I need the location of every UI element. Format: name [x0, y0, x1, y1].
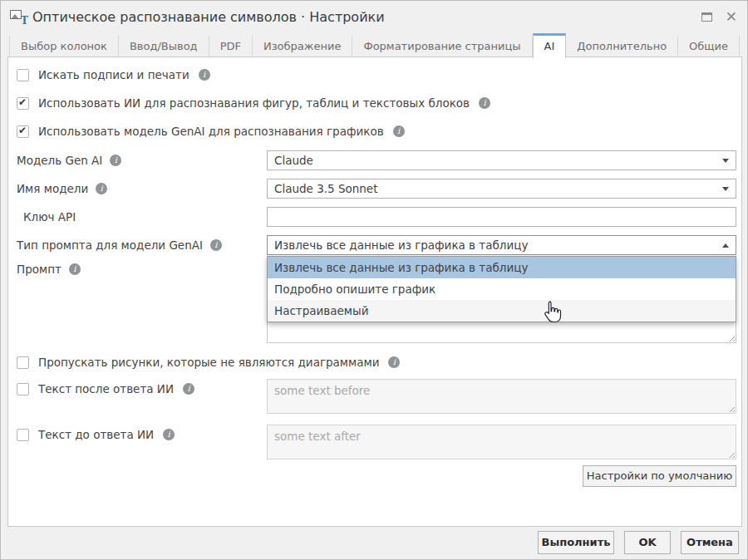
info-icon[interactable] — [479, 97, 490, 109]
chevron-up-icon — [722, 243, 729, 248]
row-genai-model: Модель Gen AI — [17, 150, 121, 170]
row-prompt: Промпт — [17, 259, 81, 279]
genai-charts-label: Использовать модель GenAI для распознава… — [38, 125, 384, 138]
info-icon[interactable] — [210, 239, 222, 251]
chevron-down-icon — [722, 159, 729, 163]
tab-ai[interactable]: AI — [533, 33, 567, 58]
ocr-settings-dialog: T Оптическое распознавание символов · На… — [0, 0, 748, 560]
skip-non-diagrams-checkbox[interactable] — [17, 356, 29, 369]
info-icon[interactable] — [163, 429, 175, 440]
ocr-image-to-text-icon: T — [10, 10, 28, 26]
text-before-ai-label: Текст до ответа ИИ — [38, 428, 154, 441]
row-genai-charts: Использовать модель GenAI для распознава… — [17, 125, 405, 138]
info-icon[interactable] — [388, 356, 400, 368]
prompt-type-select[interactable]: Извлечь все данные из графика в таблицу — [267, 235, 736, 255]
defaults-button[interactable]: Настройки по умолчанию — [583, 465, 736, 487]
text-after-ai-checkbox[interactable] — [17, 383, 29, 395]
row-model-name: Имя модели — [17, 179, 107, 199]
row-skip-non-diagrams: Пропускать рисунки, которые не являются … — [17, 356, 400, 369]
text-before-ai-textarea[interactable] — [267, 425, 736, 459]
text-after-ai-label: Текст после ответа ИИ — [38, 382, 174, 395]
genai-model-label: Модель Gen AI — [17, 154, 102, 167]
genai-model-value: Claude — [274, 154, 717, 167]
model-name-label: Имя модели — [17, 182, 88, 195]
tab-image[interactable]: Изображение — [253, 36, 352, 57]
chevron-down-icon — [722, 187, 729, 191]
ok-button[interactable]: OK — [624, 531, 671, 554]
search-stamps-checkbox[interactable] — [17, 69, 29, 81]
dialog-title: Оптическое распознавание символов · Наст… — [32, 9, 385, 25]
close-icon[interactable]: ✕ — [726, 10, 737, 24]
api-key-field-wrap — [267, 207, 736, 227]
genai-model-select[interactable]: Claude — [267, 150, 736, 170]
cancel-button[interactable]: Отмена — [681, 531, 739, 554]
dropdown-option-custom[interactable]: Настраиваемый — [268, 300, 736, 322]
tab-input-output[interactable]: Ввод/Вывод — [119, 36, 209, 57]
model-name-value: Claude 3.5 Sonnet — [274, 182, 717, 195]
row-prompt-type: Тип промпта для модели GenAI — [17, 235, 222, 255]
row-search-stamps: Искать подписи и печати — [17, 68, 210, 81]
title-bar: T Оптическое распознавание символов · На… — [1, 1, 747, 34]
ai-tab-panel: Искать подписи и печати Использовать ИИ … — [7, 56, 742, 527]
info-icon[interactable] — [69, 263, 81, 275]
row-text-after-ai: Текст после ответа ИИ — [17, 382, 194, 395]
prompt-type-dropdown-list: Извлечь все данные из графика в таблицу … — [267, 256, 736, 322]
tab-advanced[interactable]: Дополнительно — [566, 36, 678, 57]
maximize-icon[interactable] — [701, 12, 712, 22]
skip-non-diagrams-label: Пропускать рисунки, которые не являются … — [38, 356, 379, 369]
tab-column-selection[interactable]: Выбор колонок — [9, 36, 119, 57]
model-name-select[interactable]: Claude 3.5 Sonnet — [267, 179, 736, 199]
prompt-type-value: Извлечь все данные из графика в таблицу — [274, 238, 717, 252]
row-api-key: Ключ API — [23, 207, 76, 227]
row-text-before-ai: Текст до ответа ИИ — [17, 428, 175, 441]
dropdown-option-extract-table[interactable]: Извлечь все данные из графика в таблицу — [268, 257, 736, 278]
text-before-ai-checkbox[interactable] — [17, 429, 29, 441]
genai-charts-checkbox[interactable] — [17, 125, 29, 138]
tab-general[interactable]: Общие — [678, 36, 740, 57]
run-button[interactable]: Выполнить — [538, 531, 614, 554]
api-key-label: Ключ API — [23, 210, 76, 224]
api-key-input[interactable] — [267, 207, 736, 227]
ai-shapes-label: Использовать ИИ для распознавания фигур,… — [38, 96, 470, 110]
text-before-ai-textarea-wrap — [267, 425, 736, 459]
text-after-ai-textarea[interactable] — [267, 379, 736, 414]
info-icon[interactable] — [183, 383, 194, 395]
dialog-footer: Выполнить OK Отмена — [1, 525, 747, 559]
tab-page-formatting[interactable]: Форматирование страницы — [352, 36, 532, 57]
info-icon[interactable] — [199, 69, 210, 81]
dropdown-option-describe-chart[interactable]: Подробно опишите график — [268, 278, 736, 300]
prompt-label: Промпт — [17, 263, 62, 276]
ai-shapes-checkbox[interactable] — [17, 97, 29, 110]
info-icon[interactable] — [96, 183, 107, 194]
search-stamps-label: Искать подписи и печати — [38, 68, 189, 81]
row-ai-shapes: Использовать ИИ для распознавания фигур,… — [17, 96, 490, 110]
info-icon[interactable] — [393, 125, 405, 137]
tab-pdf[interactable]: PDF — [209, 36, 253, 57]
text-after-ai-textarea-wrap — [267, 379, 736, 414]
settings-tab-bar: Выбор колонок Ввод/Вывод PDF Изображение… — [9, 36, 740, 57]
info-icon[interactable] — [110, 155, 121, 166]
prompt-type-label: Тип промпта для модели GenAI — [17, 238, 203, 252]
